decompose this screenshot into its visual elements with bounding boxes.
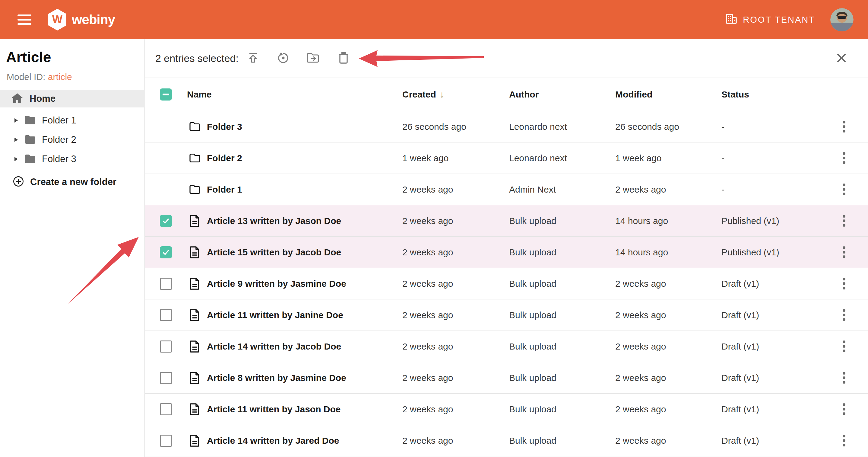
column-header-modified[interactable]: Modified — [615, 78, 652, 111]
row-name[interactable]: Article 15 written by Jacob Doe — [207, 237, 341, 268]
kebab-menu-icon — [843, 278, 845, 289]
column-header-status[interactable]: Status — [721, 78, 749, 111]
table-row[interactable]: Article 13 written by Jason Doe 2 weeks … — [145, 205, 868, 237]
table-row[interactable]: Folder 2 1 week ago Leonardo next 1 week… — [145, 142, 868, 174]
webiny-logo[interactable]: W webiny — [48, 9, 115, 30]
kebab-menu-icon — [843, 121, 845, 133]
column-header-created[interactable]: Created ↓ — [402, 78, 444, 111]
row-actions-menu[interactable] — [837, 142, 850, 174]
row-checkbox-unchecked[interactable] — [160, 309, 172, 321]
row-created: 2 weeks ago — [402, 331, 453, 362]
delete-action-button[interactable] — [337, 52, 350, 65]
folder-icon — [25, 115, 35, 125]
document-icon — [189, 268, 200, 299]
row-checkbox-unchecked[interactable] — [160, 278, 172, 290]
sidebar-item-folder-3[interactable]: Folder 3 — [0, 149, 144, 169]
page-title: Article — [6, 49, 51, 65]
row-checkbox-checked[interactable] — [160, 246, 172, 258]
table-row[interactable]: Article 15 written by Jacob Doe 2 weeks … — [145, 237, 868, 268]
row-created: 26 seconds ago — [402, 111, 466, 142]
row-status: Draft (v1) — [721, 299, 759, 331]
row-modified: 14 hours ago — [615, 205, 668, 236]
row-status: - — [721, 142, 724, 174]
row-author: Bulk upload — [509, 425, 556, 456]
tenant-selector[interactable]: ROOT TENANT — [725, 12, 815, 27]
row-modified: 2 weeks ago — [615, 268, 666, 299]
row-author: Bulk upload — [509, 331, 556, 362]
kebab-menu-icon — [843, 183, 845, 195]
caret-right-icon[interactable] — [14, 118, 18, 122]
table-row[interactable]: Article 11 written by Jason Doe 2 weeks … — [145, 394, 868, 425]
row-name[interactable]: Folder 1 — [207, 174, 242, 205]
row-actions-menu[interactable] — [837, 111, 850, 142]
table-row[interactable]: Article 14 written by Jared Doe 2 weeks … — [145, 425, 868, 456]
row-name[interactable]: Article 11 written by Jason Doe — [207, 394, 341, 425]
row-actions-menu[interactable] — [837, 205, 850, 236]
row-actions-menu[interactable] — [837, 299, 850, 331]
row-actions-menu[interactable] — [837, 174, 850, 205]
column-header-name[interactable]: Name — [187, 78, 212, 111]
row-author: Leonardo next — [509, 111, 567, 142]
unpublish-action-button[interactable] — [277, 52, 290, 65]
sidebar-item-home[interactable]: Home — [0, 90, 144, 108]
sidebar-folder-label: Folder 1 — [42, 115, 76, 126]
table-row[interactable]: Article 8 written by Jasmine Doe 2 weeks… — [145, 362, 868, 394]
row-checkbox-cell — [160, 205, 172, 236]
row-name[interactable]: Folder 2 — [207, 142, 242, 174]
publish-action-button[interactable] — [246, 52, 260, 65]
select-all-checkbox[interactable] — [160, 88, 172, 101]
table-row[interactable]: Folder 3 26 seconds ago Leonardo next 26… — [145, 111, 868, 142]
folder-icon — [25, 135, 35, 145]
move-to-folder-action-button[interactable] — [307, 52, 320, 65]
row-name[interactable]: Article 14 written by Jared Doe — [207, 425, 339, 456]
row-status: - — [721, 174, 724, 205]
row-author: Bulk upload — [509, 362, 556, 393]
hamburger-menu-icon[interactable] — [18, 15, 31, 25]
kebab-menu-icon — [843, 215, 845, 227]
row-actions-menu[interactable] — [837, 394, 850, 425]
create-folder-label: Create a new folder — [30, 177, 116, 188]
user-avatar[interactable] — [830, 8, 854, 31]
row-name[interactable]: Folder 3 — [207, 111, 242, 142]
row-name[interactable]: Article 9 written by Jasmine Doe — [207, 268, 346, 299]
table-row[interactable]: Article 14 written by Jacob Doe 2 weeks … — [145, 331, 868, 362]
table-row[interactable]: Folder 1 2 weeks ago Admin Next 2 weeks … — [145, 174, 868, 205]
caret-right-icon[interactable] — [14, 157, 18, 161]
row-checkbox-checked[interactable] — [160, 215, 172, 227]
row-checkbox-cell — [160, 237, 172, 268]
restore-circle-icon — [277, 51, 290, 66]
row-actions-menu[interactable] — [837, 237, 850, 268]
row-actions-menu[interactable] — [837, 362, 850, 393]
folder-icon — [189, 111, 200, 142]
row-status: Draft (v1) — [721, 268, 759, 299]
row-modified: 2 weeks ago — [615, 174, 666, 205]
row-checkbox-unchecked[interactable] — [160, 341, 172, 352]
row-status: Draft (v1) — [721, 425, 759, 456]
row-checkbox-cell — [160, 331, 172, 362]
row-modified: 2 weeks ago — [615, 394, 666, 425]
table-row[interactable]: Article 11 written by Janine Doe 2 weeks… — [145, 299, 868, 331]
column-header-author[interactable]: Author — [509, 78, 539, 111]
caret-right-icon[interactable] — [14, 138, 18, 142]
close-selection-button[interactable] — [835, 52, 848, 65]
sidebar-item-folder-1[interactable]: Folder 1 — [0, 111, 144, 130]
document-icon — [189, 425, 200, 456]
sidebar-item-folder-2[interactable]: Folder 2 — [0, 130, 144, 149]
table-row[interactable]: Article 9 written by Jasmine Doe 2 weeks… — [145, 268, 868, 299]
circle-plus-icon — [13, 176, 24, 188]
row-created: 2 weeks ago — [402, 237, 453, 268]
create-folder-button[interactable]: Create a new folder — [0, 174, 144, 190]
row-checkbox-unchecked[interactable] — [160, 435, 172, 447]
row-name[interactable]: Article 14 written by Jacob Doe — [207, 331, 341, 362]
row-name[interactable]: Article 8 written by Jasmine Doe — [207, 362, 346, 393]
model-id-value: article — [48, 72, 72, 82]
brand-name: webiny — [72, 12, 115, 27]
row-actions-menu[interactable] — [837, 331, 850, 362]
row-actions-menu[interactable] — [837, 268, 850, 299]
document-icon — [189, 237, 200, 268]
row-checkbox-unchecked[interactable] — [160, 372, 172, 384]
row-actions-menu[interactable] — [837, 425, 850, 456]
row-name[interactable]: Article 13 written by Jason Doe — [207, 205, 341, 236]
row-checkbox-unchecked[interactable] — [160, 403, 172, 415]
row-name[interactable]: Article 11 written by Janine Doe — [207, 299, 343, 331]
